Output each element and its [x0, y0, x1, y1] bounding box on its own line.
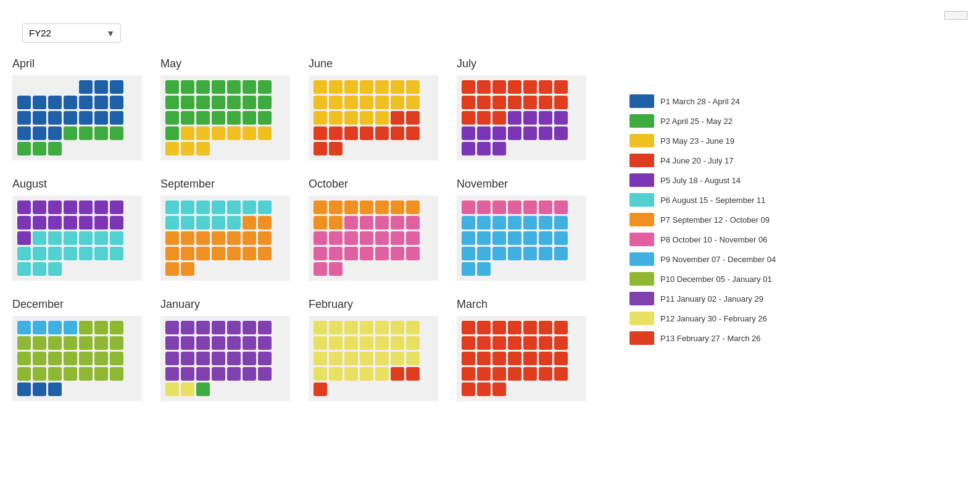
cal-cell: [314, 111, 327, 125]
cal-cell: [554, 352, 568, 365]
legend-item-p4: P4 June 20 - July 17: [629, 154, 776, 167]
cal-cell: [492, 352, 506, 365]
cal-grid: [12, 316, 142, 401]
month-block-august: August: [12, 178, 142, 281]
cal-cell: [314, 352, 327, 365]
month-block-may: May: [160, 57, 290, 160]
cal-cell: [406, 201, 420, 214]
cal-cell: [406, 216, 420, 230]
cal-cell: [227, 352, 241, 365]
cal-cell: [165, 96, 179, 109]
close-button[interactable]: [944, 11, 968, 20]
cal-cell: [258, 367, 272, 381]
cal-cell: [64, 201, 77, 214]
cal-cell: [554, 231, 568, 245]
legend-swatch: [629, 173, 654, 187]
cal-cell: [212, 126, 225, 140]
cal-cell: [554, 111, 568, 125]
cal-cell: [33, 321, 46, 334]
cal-cell: [94, 231, 108, 245]
cal-cell: [508, 126, 521, 140]
cal-cell: [48, 383, 62, 396]
legend-label: P3 May 23 - June 19: [660, 136, 734, 146]
cal-cell: [181, 96, 194, 109]
cal-cell: [391, 126, 404, 140]
cal-cell: [243, 352, 256, 365]
cal-cell: [539, 201, 552, 214]
cal-cell: [477, 142, 491, 155]
legend-label: P2 April 25 - May 22: [660, 117, 733, 126]
cal-cell: [79, 201, 93, 214]
cal-cell: [258, 111, 272, 125]
cal-grid: [309, 75, 438, 160]
cal-cell: [492, 321, 506, 334]
cal-cell: [539, 126, 552, 140]
cal-cell: [329, 142, 343, 155]
cal-cell: [33, 383, 46, 396]
cal-cell: [212, 231, 225, 245]
cal-cell: [508, 216, 521, 230]
cal-cell: [508, 352, 521, 365]
cal-cell: [523, 247, 537, 260]
cal-cell: [110, 336, 123, 350]
cal-cell: [477, 126, 491, 140]
cal-cell: [462, 321, 475, 334]
cal-cell: [539, 321, 552, 334]
cal-cell: [360, 231, 373, 245]
cal-cell: [48, 142, 62, 155]
cal-cell: [196, 111, 210, 125]
legend-label: P9 November 07 - December 04: [660, 255, 776, 264]
cal-cell: [523, 216, 537, 230]
legend-swatch: [629, 154, 654, 167]
cal-cell: [110, 216, 123, 230]
cal-cell: [79, 111, 93, 125]
cal-cell: [375, 111, 389, 125]
cal-cell: [329, 321, 343, 334]
cal-cell: [360, 247, 373, 260]
cal-cell: [64, 96, 77, 109]
cal-cell: [181, 216, 194, 230]
cal-cell: [375, 96, 389, 109]
cal-cell: [17, 201, 31, 214]
month-name: July: [457, 57, 586, 70]
year-select[interactable]: FY21FY22FY23: [22, 23, 121, 43]
cal-cell: [243, 80, 256, 94]
cal-cell: [243, 126, 256, 140]
cal-cell: [181, 383, 194, 396]
cal-cell: [48, 126, 62, 140]
cal-cell: [492, 201, 506, 214]
cal-cell: [243, 321, 256, 334]
cal-cell: [344, 367, 358, 381]
cal-cell: [212, 352, 225, 365]
cal-cell: [344, 216, 358, 230]
legend-item-p1: P1 March 28 - April 24: [629, 94, 776, 108]
cal-cell: [227, 367, 241, 381]
cal-cell: [523, 231, 537, 245]
cal-cell: [462, 336, 475, 350]
cal-cell: [181, 247, 194, 260]
cal-cell: [344, 111, 358, 125]
cal-cell: [243, 96, 256, 109]
page: FY21FY22FY23 ▼ AprilMayJuneJulyAugustSep…: [0, 0, 980, 488]
cal-cell: [94, 321, 108, 334]
cal-cell: [227, 231, 241, 245]
cal-cell: [165, 336, 179, 350]
cal-cell: [64, 111, 77, 125]
cal-cell: [258, 126, 272, 140]
cal-cell: [196, 352, 210, 365]
cal-cell: [329, 201, 343, 214]
cal-cell: [79, 216, 93, 230]
cal-cell: [492, 336, 506, 350]
cal-cell: [258, 96, 272, 109]
month-block-january: January: [160, 298, 290, 401]
cal-cell: [554, 367, 568, 381]
month-block-december: December: [12, 298, 142, 401]
cal-cell: [48, 231, 62, 245]
cal-cell: [508, 336, 521, 350]
cal-cell: [227, 96, 241, 109]
legend-label: P11 January 02 - January 29: [660, 294, 763, 304]
cal-cell: [94, 336, 108, 350]
cal-cell: [508, 96, 521, 109]
cal-cell: [314, 96, 327, 109]
cal-cell: [539, 80, 552, 94]
